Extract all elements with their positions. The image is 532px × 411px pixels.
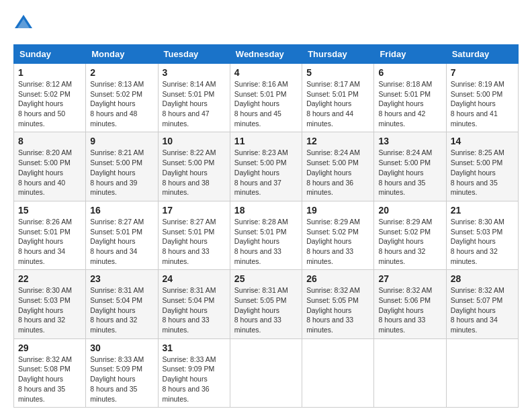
day-number: 7: [451, 67, 514, 78]
calendar-cell: 25 Sunrise: 8:31 AM Sunset: 5:05 PM Dayl…: [230, 270, 302, 338]
calendar-cell: 11 Sunrise: 8:23 AM Sunset: 5:00 PM Dayl…: [230, 132, 302, 201]
calendar-cell: 21 Sunrise: 8:30 AM Sunset: 5:03 PM Dayl…: [446, 201, 518, 269]
calendar-week-row: 22 Sunrise: 8:30 AM Sunset: 5:03 PM Dayl…: [14, 270, 519, 338]
calendar-week-row: 29 Sunrise: 8:32 AM Sunset: 5:08 PM Dayl…: [14, 338, 519, 407]
calendar-cell: 13 Sunrise: 8:24 AM Sunset: 5:00 PM Dayl…: [374, 132, 446, 201]
calendar-cell: [446, 338, 518, 407]
day-number: 16: [90, 205, 153, 216]
calendar-cell: 28 Sunrise: 8:32 AM Sunset: 5:07 PM Dayl…: [446, 270, 518, 338]
day-number: 8: [18, 136, 81, 146]
calendar-week-row: 1 Sunrise: 8:12 AM Sunset: 5:02 PM Dayli…: [14, 64, 519, 132]
day-info: Sunrise: 8:17 AM Sunset: 5:01 PM Dayligh…: [306, 79, 369, 128]
day-info: Sunrise: 8:27 AM Sunset: 5:01 PM Dayligh…: [90, 217, 153, 266]
day-number: 5: [306, 67, 369, 78]
day-number: 1: [18, 67, 81, 78]
day-info: Sunrise: 8:33 AM Sunset: 5:09 PM Dayligh…: [90, 355, 153, 404]
calendar-cell: 20 Sunrise: 8:29 AM Sunset: 5:02 PM Dayl…: [374, 201, 446, 269]
day-number: 19: [306, 205, 369, 216]
day-info: Sunrise: 8:26 AM Sunset: 5:01 PM Dayligh…: [18, 217, 81, 266]
weekday-header: Tuesday: [158, 45, 230, 64]
day-info: Sunrise: 8:30 AM Sunset: 5:03 PM Dayligh…: [451, 217, 514, 266]
day-number: 11: [234, 136, 298, 146]
day-number: 30: [90, 342, 153, 353]
day-number: 2: [90, 67, 153, 78]
calendar-week-row: 15 Sunrise: 8:26 AM Sunset: 5:01 PM Dayl…: [14, 201, 519, 269]
day-number: 24: [163, 273, 226, 284]
logo-icon: [13, 13, 34, 34]
day-info: Sunrise: 8:24 AM Sunset: 5:00 PM Dayligh…: [306, 148, 369, 197]
day-info: Sunrise: 8:27 AM Sunset: 5:01 PM Dayligh…: [163, 217, 226, 266]
day-info: Sunrise: 8:32 AM Sunset: 5:05 PM Dayligh…: [306, 285, 369, 334]
calendar-cell: 10 Sunrise: 8:22 AM Sunset: 5:00 PM Dayl…: [158, 132, 230, 201]
weekday-header: Monday: [86, 45, 158, 64]
calendar-cell: 6 Sunrise: 8:18 AM Sunset: 5:01 PM Dayli…: [374, 64, 446, 132]
calendar-cell: 2 Sunrise: 8:13 AM Sunset: 5:02 PM Dayli…: [86, 64, 158, 132]
day-info: Sunrise: 8:14 AM Sunset: 5:01 PM Dayligh…: [163, 79, 226, 128]
day-info: Sunrise: 8:32 AM Sunset: 5:08 PM Dayligh…: [18, 355, 81, 404]
day-number: 28: [451, 273, 514, 284]
day-number: 14: [451, 136, 514, 146]
day-info: Sunrise: 8:22 AM Sunset: 5:00 PM Dayligh…: [163, 148, 226, 197]
day-info: Sunrise: 8:33 AM Sunset: 9:09 PM Dayligh…: [163, 355, 226, 404]
calendar-cell: 3 Sunrise: 8:14 AM Sunset: 5:01 PM Dayli…: [158, 64, 230, 132]
day-number: 12: [306, 136, 369, 146]
calendar-cell: [230, 338, 302, 407]
calendar-cell: 24 Sunrise: 8:31 AM Sunset: 5:04 PM Dayl…: [158, 270, 230, 338]
day-info: Sunrise: 8:32 AM Sunset: 5:07 PM Dayligh…: [451, 285, 514, 334]
calendar-cell: 16 Sunrise: 8:27 AM Sunset: 5:01 PM Dayl…: [86, 201, 158, 269]
calendar-cell: 23 Sunrise: 8:31 AM Sunset: 5:04 PM Dayl…: [86, 270, 158, 338]
weekday-header: Saturday: [446, 45, 518, 64]
weekday-header: Wednesday: [230, 45, 302, 64]
calendar-cell: 7 Sunrise: 8:19 AM Sunset: 5:00 PM Dayli…: [446, 64, 518, 132]
day-info: Sunrise: 8:28 AM Sunset: 5:01 PM Dayligh…: [234, 217, 298, 266]
calendar-cell: 18 Sunrise: 8:28 AM Sunset: 5:01 PM Dayl…: [230, 201, 302, 269]
calendar-cell: 8 Sunrise: 8:20 AM Sunset: 5:00 PM Dayli…: [14, 132, 86, 201]
day-info: Sunrise: 8:32 AM Sunset: 5:06 PM Dayligh…: [378, 285, 441, 334]
day-info: Sunrise: 8:13 AM Sunset: 5:02 PM Dayligh…: [90, 79, 153, 128]
weekday-header: Sunday: [14, 45, 86, 64]
day-info: Sunrise: 8:30 AM Sunset: 5:03 PM Dayligh…: [18, 285, 81, 334]
calendar-cell: 12 Sunrise: 8:24 AM Sunset: 5:00 PM Dayl…: [302, 132, 374, 201]
day-info: Sunrise: 8:29 AM Sunset: 5:02 PM Dayligh…: [378, 217, 441, 266]
calendar-cell: 15 Sunrise: 8:26 AM Sunset: 5:01 PM Dayl…: [14, 201, 86, 269]
calendar-cell: 27 Sunrise: 8:32 AM Sunset: 5:06 PM Dayl…: [374, 270, 446, 338]
day-number: 10: [163, 136, 226, 146]
page-header: [13, 13, 519, 34]
calendar-cell: 17 Sunrise: 8:27 AM Sunset: 5:01 PM Dayl…: [158, 201, 230, 269]
calendar-cell: 4 Sunrise: 8:16 AM Sunset: 5:01 PM Dayli…: [230, 64, 302, 132]
weekday-header: Thursday: [302, 45, 374, 64]
weekday-header: Friday: [374, 45, 446, 64]
day-number: 22: [18, 273, 81, 284]
day-number: 15: [18, 205, 81, 216]
day-number: 29: [18, 342, 81, 353]
day-info: Sunrise: 8:21 AM Sunset: 5:00 PM Dayligh…: [90, 148, 153, 197]
day-number: 17: [163, 205, 226, 216]
day-number: 23: [90, 273, 153, 284]
day-number: 20: [378, 205, 441, 216]
day-info: Sunrise: 8:19 AM Sunset: 5:00 PM Dayligh…: [451, 79, 514, 128]
calendar-table: SundayMondayTuesdayWednesdayThursdayFrid…: [13, 44, 519, 408]
day-number: 6: [378, 67, 441, 78]
calendar-cell: [374, 338, 446, 407]
day-number: 25: [234, 273, 298, 284]
calendar-header-row: SundayMondayTuesdayWednesdayThursdayFrid…: [14, 45, 519, 64]
calendar-cell: 1 Sunrise: 8:12 AM Sunset: 5:02 PM Dayli…: [14, 64, 86, 132]
day-info: Sunrise: 8:12 AM Sunset: 5:02 PM Dayligh…: [18, 79, 81, 128]
calendar-cell: [302, 338, 374, 407]
day-info: Sunrise: 8:20 AM Sunset: 5:00 PM Dayligh…: [18, 148, 81, 197]
calendar-week-row: 8 Sunrise: 8:20 AM Sunset: 5:00 PM Dayli…: [14, 132, 519, 201]
day-info: Sunrise: 8:24 AM Sunset: 5:00 PM Dayligh…: [378, 148, 441, 197]
day-number: 31: [163, 342, 226, 353]
day-number: 4: [234, 67, 298, 78]
day-number: 3: [163, 67, 226, 78]
day-info: Sunrise: 8:16 AM Sunset: 5:01 PM Dayligh…: [234, 79, 298, 128]
calendar-cell: 14 Sunrise: 8:25 AM Sunset: 5:00 PM Dayl…: [446, 132, 518, 201]
day-info: Sunrise: 8:25 AM Sunset: 5:00 PM Dayligh…: [451, 148, 514, 197]
calendar-cell: 31 Sunrise: 8:33 AM Sunset: 9:09 PM Dayl…: [158, 338, 230, 407]
day-number: 13: [378, 136, 441, 146]
calendar-cell: 9 Sunrise: 8:21 AM Sunset: 5:00 PM Dayli…: [86, 132, 158, 201]
calendar-cell: 5 Sunrise: 8:17 AM Sunset: 5:01 PM Dayli…: [302, 64, 374, 132]
day-info: Sunrise: 8:29 AM Sunset: 5:02 PM Dayligh…: [306, 217, 369, 266]
day-number: 9: [90, 136, 153, 146]
logo: [13, 13, 36, 34]
